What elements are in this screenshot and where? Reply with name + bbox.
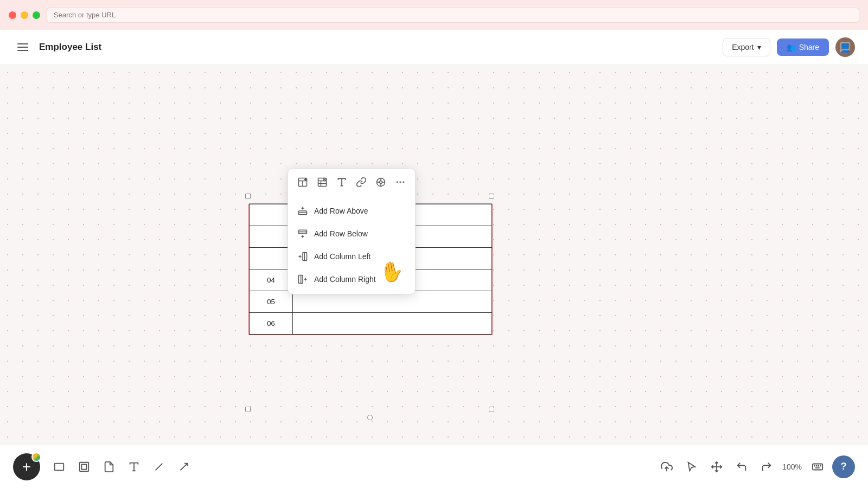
keyboard-shortcuts-button[interactable] <box>807 457 828 477</box>
add-row-above-icon <box>297 205 309 217</box>
chat-button[interactable] <box>835 37 855 57</box>
move-tool-button[interactable] <box>706 457 727 477</box>
line-icon <box>153 461 165 473</box>
canvas[interactable]: 04 05 06 <box>0 65 868 445</box>
chevron-down-icon: ▾ <box>757 43 761 52</box>
line-tool-button[interactable] <box>149 457 169 477</box>
selection-handle-tr[interactable] <box>489 194 494 199</box>
svg-line-44 <box>156 463 163 470</box>
close-traffic-light[interactable] <box>9 11 16 19</box>
chat-icon <box>839 41 851 53</box>
sticky-note-tool-button[interactable] <box>99 457 119 477</box>
svg-point-20 <box>397 181 398 183</box>
table-edit-button[interactable] <box>313 173 331 191</box>
keyboard-icon <box>812 461 824 473</box>
plus-icon: + <box>22 458 31 476</box>
hamburger-icon <box>17 43 28 51</box>
palette-button[interactable] <box>372 173 390 191</box>
link-button[interactable] <box>352 173 371 191</box>
move-icon <box>711 461 723 473</box>
svg-rect-40 <box>80 462 89 471</box>
svg-rect-39 <box>55 463 64 470</box>
more-options-button[interactable] <box>391 173 410 191</box>
cloud-icon <box>661 461 673 473</box>
svg-rect-49 <box>813 464 822 470</box>
document-title: Employee List <box>39 42 716 53</box>
main-toolbar: Employee List Export ▾ 👥 Share 👤 <box>0 30 868 65</box>
menu-button[interactable] <box>13 37 33 57</box>
svg-point-22 <box>403 181 404 183</box>
frame-icon <box>78 461 90 473</box>
select-tool-button[interactable] <box>681 457 702 477</box>
zoom-level: 100% <box>781 463 803 471</box>
share-button[interactable]: 👥 Share <box>777 38 829 56</box>
text-icon <box>336 177 347 188</box>
palette-icon <box>375 177 386 188</box>
rectangle-icon <box>53 461 65 473</box>
table-add-icon <box>297 177 308 188</box>
svg-line-45 <box>181 463 188 470</box>
svg-point-21 <box>399 181 401 183</box>
fullscreen-traffic-light[interactable] <box>33 11 40 19</box>
toolbar-icons-row <box>288 169 415 196</box>
undo-icon <box>736 461 748 473</box>
zoom-controls: 100% ? <box>656 455 855 478</box>
export-button[interactable]: Export ▾ <box>723 38 770 56</box>
share-icon: 👥 <box>787 43 796 52</box>
svg-point-15 <box>380 181 382 184</box>
rotation-handle[interactable] <box>367 415 373 420</box>
help-button[interactable]: ? <box>832 455 855 478</box>
title-bar <box>0 0 868 30</box>
selection-handle-tl[interactable] <box>245 194 251 199</box>
fab-badge <box>31 452 41 462</box>
add-column-right-item[interactable]: Add Column Right <box>288 268 415 291</box>
floating-toolbar: Add Row Above Add Row Below <box>288 168 416 294</box>
more-icon <box>395 177 406 188</box>
add-column-left-item[interactable]: Add Column Left <box>288 245 415 268</box>
context-menu-items: Add Row Above Add Row Below <box>288 196 415 294</box>
add-fab-button[interactable]: + <box>13 453 40 480</box>
add-row-below-icon <box>297 228 309 240</box>
add-row-below-item[interactable]: Add Row Below <box>288 222 415 245</box>
redo-icon <box>761 461 773 473</box>
url-bar[interactable] <box>47 8 859 23</box>
table-add-button[interactable] <box>293 173 312 191</box>
svg-rect-41 <box>81 464 86 469</box>
arrow-tool-button[interactable] <box>174 457 194 477</box>
selection-handle-br[interactable] <box>489 407 494 412</box>
sticky-note-icon <box>103 461 115 473</box>
selection-handle-bl[interactable] <box>245 407 251 412</box>
frame-tool-button[interactable] <box>74 457 94 477</box>
add-column-left-icon <box>297 251 309 262</box>
table-edit-icon <box>317 177 328 188</box>
add-column-right-icon <box>297 273 309 285</box>
text-tool-button[interactable] <box>124 457 144 477</box>
add-row-above-item[interactable]: Add Row Above <box>288 200 415 222</box>
minimize-traffic-light[interactable] <box>21 11 28 19</box>
table-row: 06 <box>250 313 492 335</box>
redo-button[interactable] <box>756 457 777 477</box>
arrow-icon <box>178 461 190 473</box>
text-format-button[interactable] <box>333 173 351 191</box>
select-icon <box>686 461 698 473</box>
bottom-toolbar: + <box>0 445 868 488</box>
text-tool-icon <box>128 461 140 473</box>
link-icon <box>356 177 367 188</box>
traffic-lights <box>9 11 40 19</box>
rectangle-tool-button[interactable] <box>49 457 69 477</box>
cloud-save-button[interactable] <box>656 457 677 477</box>
undo-button[interactable] <box>731 457 752 477</box>
